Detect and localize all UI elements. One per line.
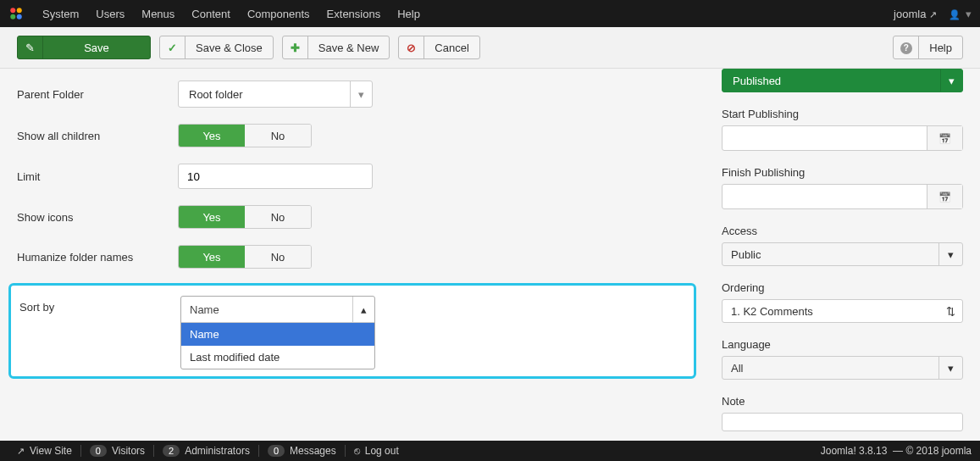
calendar-button[interactable] [927, 185, 962, 208]
menu-menus[interactable]: Menus [133, 8, 183, 20]
parent-folder-label: Parent Folder [17, 88, 178, 101]
menu-users[interactable]: Users [87, 8, 133, 20]
chevron-down-icon[interactable]: ▾ [966, 8, 972, 20]
external-link-icon [929, 8, 937, 20]
check-icon [168, 42, 177, 54]
parent-folder-select[interactable]: Root folder ▾ [178, 81, 373, 108]
menu-content[interactable]: Content [183, 8, 239, 20]
show-all-children-label: Show all children [17, 130, 178, 142]
menu-extensions[interactable]: Extensions [318, 8, 390, 20]
svg-point-2 [10, 14, 15, 19]
sort-by-options: Name Last modified date [181, 322, 374, 369]
save-new-button[interactable]: Save & New [282, 36, 390, 59]
help-icon [900, 41, 912, 54]
note-label: Note [722, 395, 963, 408]
chevron-down-icon: ▾ [938, 243, 962, 265]
save-close-button[interactable]: Save & Close [159, 36, 274, 59]
joomla-logo-icon [8, 6, 24, 21]
ordering-label: Ordering [722, 281, 963, 294]
humanize-label: Humanize folder names [17, 251, 178, 264]
left-column: Parent Folder Root folder ▾ Show all chi… [17, 69, 688, 440]
user-menu-icon[interactable] [949, 8, 961, 20]
sort-by-highlight: Sort by Name ▴ Name Last modified date [8, 283, 696, 379]
finish-publishing-input[interactable] [722, 184, 963, 209]
limit-label: Limit [17, 170, 178, 183]
toggle-yes[interactable]: Yes [179, 246, 245, 268]
finish-publishing-label: Finish Publishing [722, 166, 963, 179]
show-icons-label: Show icons [17, 211, 178, 224]
plus-icon [291, 42, 300, 54]
cancel-button[interactable]: Cancel [398, 36, 479, 59]
external-link-icon [17, 445, 25, 457]
menu-help[interactable]: Help [389, 8, 429, 20]
calendar-icon [938, 191, 951, 203]
language-select[interactable]: All ▾ [722, 356, 963, 380]
save-button[interactable]: Save [17, 36, 151, 59]
note-input[interactable] [722, 413, 963, 431]
toggle-yes[interactable]: Yes [179, 125, 245, 147]
toggle-no[interactable]: No [245, 206, 311, 228]
sort-icon: ⇅ [938, 300, 962, 322]
sort-option-last-modified[interactable]: Last modified date [181, 346, 374, 369]
version-text: Joomla! 3.8.13 — © 2018 joomla [821, 445, 972, 457]
show-icons-toggle[interactable]: Yes No [178, 205, 312, 229]
limit-input[interactable] [178, 164, 373, 189]
start-publishing-field[interactable] [723, 126, 927, 150]
access-label: Access [722, 225, 963, 237]
action-toolbar: Save Save & Close Save & New Cancel Help [0, 27, 980, 69]
help-button[interactable]: Help [893, 36, 963, 59]
right-column: Published ▾ Start Publishing Finish Publ… [722, 69, 963, 440]
svg-point-0 [10, 8, 15, 13]
status-select[interactable]: Published ▾ [722, 69, 963, 92]
view-site-link[interactable]: View Site [8, 445, 81, 457]
menu-components[interactable]: Components [239, 8, 318, 20]
top-menu-bar: System Users Menus Content Components Ex… [0, 0, 980, 27]
access-select[interactable]: Public ▾ [722, 242, 963, 266]
sort-by-label: Sort by [19, 296, 180, 314]
site-link[interactable]: joomla [894, 8, 937, 20]
chevron-down-icon: ▾ [940, 69, 962, 92]
toggle-no[interactable]: No [245, 125, 311, 147]
start-publishing-label: Start Publishing [722, 108, 963, 120]
chevron-down-icon: ▾ [938, 357, 962, 379]
edit-icon [25, 42, 35, 54]
toggle-yes[interactable]: Yes [179, 206, 245, 228]
chevron-down-icon: ▾ [350, 81, 372, 107]
calendar-button[interactable] [927, 126, 962, 150]
messages-item[interactable]: 0Messages [259, 445, 346, 457]
status-bar: View Site 0Visitors 2Administrators 0Mes… [0, 441, 980, 461]
visitors-item[interactable]: 0Visitors [81, 445, 154, 457]
svg-point-1 [17, 8, 22, 13]
admins-item[interactable]: 2Administrators [154, 445, 259, 457]
show-all-children-toggle[interactable]: Yes No [178, 124, 312, 147]
cancel-icon [407, 42, 416, 54]
start-publishing-input[interactable] [722, 125, 963, 151]
logout-icon: ⎋ [354, 445, 360, 457]
ordering-select[interactable]: 1. K2 Comments ⇅ [722, 299, 963, 323]
humanize-toggle[interactable]: Yes No [178, 245, 312, 269]
sort-option-name[interactable]: Name [181, 323, 374, 346]
finish-publishing-field[interactable] [723, 185, 927, 208]
svg-point-3 [17, 14, 22, 19]
sort-by-select[interactable]: Name ▴ Name Last modified date [180, 296, 375, 369]
calendar-icon [938, 132, 951, 145]
language-label: Language [722, 338, 963, 351]
chevron-up-icon: ▴ [352, 297, 374, 322]
menu-system[interactable]: System [34, 8, 87, 20]
logout-link[interactable]: ⎋Log out [346, 445, 407, 457]
toggle-no[interactable]: No [245, 246, 311, 268]
